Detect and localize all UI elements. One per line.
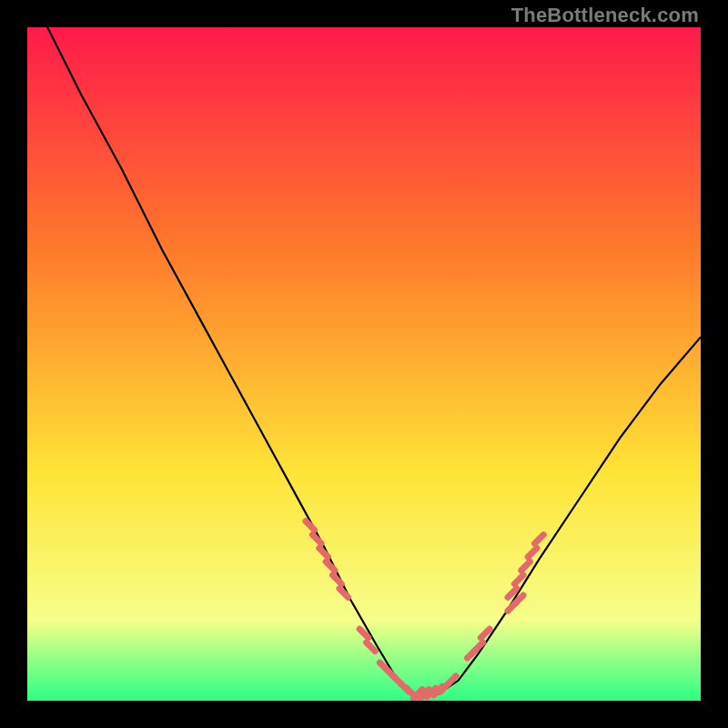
chart-frame: [27, 27, 701, 701]
watermark-text: TheBottleneck.com: [511, 4, 699, 27]
chart-svg: [27, 27, 701, 701]
gradient-background: [27, 27, 701, 701]
